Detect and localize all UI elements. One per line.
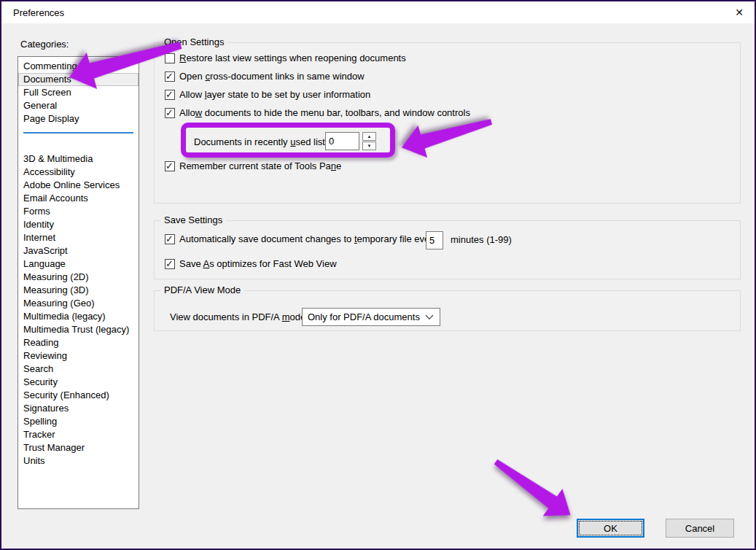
sidebar-item-accessibility[interactable]: Accessibility: [18, 166, 139, 179]
autosave-label[interactable]: Automatically save document changes to t…: [179, 233, 440, 244]
layer-state-label[interactable]: Allow layer state to be set by user info…: [179, 89, 370, 100]
pdfa-mode-dropdown-value: Only for PDF/A documents: [308, 311, 420, 322]
autosave-units-label: minutes (1-99): [451, 234, 512, 245]
categories-listbox[interactable]: Commenting Documents Full Screen General…: [17, 56, 139, 509]
titlebar[interactable]: Preferences ✕: [1, 1, 755, 23]
hide-menu-bar-row: Allow documents to hide the menu bar, to…: [165, 107, 470, 118]
dialog-body: Categories: Commenting Documents Full Sc…: [1, 23, 755, 549]
categories-label: Categories:: [20, 39, 69, 50]
cross-document-links-row: Open cross-document links in same window: [165, 71, 365, 82]
autosave-row: Automatically save document changes to t…: [165, 233, 440, 244]
sidebar-item-signatures[interactable]: Signatures: [18, 402, 139, 415]
pdfa-mode-dropdown[interactable]: Only for PDF/A documents: [302, 308, 440, 326]
sidebar-item-general[interactable]: General: [18, 99, 139, 112]
sidebar-item-measuring-2d[interactable]: Measuring (2D): [18, 271, 139, 284]
sidebar-item-search[interactable]: Search: [18, 363, 139, 376]
save-settings-group-title: Save Settings: [160, 214, 226, 226]
pdfa-mode-label: View documents in PDF/A mode:: [170, 311, 308, 322]
open-settings-group-title: Open Settings: [160, 36, 227, 48]
sidebar-item-measuring-geo[interactable]: Measuring (Geo): [18, 297, 139, 310]
checkbox-allow-hide-menu-bar[interactable]: [165, 108, 175, 118]
remember-tools-pane-row: Remember current state of Tools Pane: [165, 160, 341, 171]
sidebar-item-security-enhanced[interactable]: Security (Enhanced): [18, 389, 139, 402]
remember-tools-pane-label[interactable]: Remember current state of Tools Pane: [179, 160, 341, 171]
annotation-highlight-rect: [181, 123, 395, 158]
sidebar-item-language[interactable]: Language: [18, 257, 139, 271]
sidebar-item-adobe-online-services[interactable]: Adobe Online Services: [18, 179, 139, 192]
sidebar-item-security[interactable]: Security: [18, 376, 139, 389]
window-title: Preferences: [1, 7, 64, 18]
restore-last-view-label[interactable]: Restore last view settings when reopenin…: [179, 53, 406, 63]
sidebar-item-page-display[interactable]: Page Display: [18, 112, 139, 125]
layer-state-row: Allow layer state to be set by user info…: [165, 89, 370, 100]
sidebar-item-3d-multimedia[interactable]: 3D & Multimedia: [18, 152, 139, 166]
fast-web-view-label[interactable]: Save As optimizes for Fast Web View: [179, 258, 337, 269]
preferences-dialog: Preferences ✕ Categories: Commenting Doc…: [0, 0, 756, 550]
cross-document-links-label[interactable]: Open cross-document links in same window: [179, 71, 365, 82]
sidebar-item-trust-manager[interactable]: Trust Manager: [18, 441, 139, 454]
ok-button[interactable]: OK: [577, 519, 644, 538]
close-button[interactable]: ✕: [724, 1, 755, 23]
combo-chevron-icon: [425, 314, 440, 320]
sidebar-item-reading[interactable]: Reading: [18, 336, 139, 349]
checkbox-remember-tools-pane[interactable]: [165, 161, 175, 171]
sidebar-item-javascript[interactable]: JavaScript: [18, 244, 139, 257]
pdfa-view-mode-group: PDF/A View Mode View documents in PDF/A …: [154, 290, 741, 331]
sidebar-item-full-screen[interactable]: Full Screen: [18, 86, 139, 99]
fast-web-view-row: Save As optimizes for Fast Web View: [165, 258, 337, 269]
sidebar-item-internet[interactable]: Internet: [18, 231, 139, 244]
pdfa-group-title: PDF/A View Mode: [160, 284, 244, 296]
sidebar-item-documents[interactable]: Documents: [18, 73, 139, 86]
sidebar-item-multimedia-trust-legacy[interactable]: Multimedia Trust (legacy): [18, 323, 139, 336]
sidebar-item-tracker[interactable]: Tracker: [18, 428, 139, 441]
checkbox-open-cross-document-links[interactable]: [165, 71, 175, 82]
checkbox-restore-last-view[interactable]: [165, 53, 175, 63]
sidebar-item-identity[interactable]: Identity: [18, 218, 139, 231]
hide-menu-bar-label[interactable]: Allow documents to hide the menu bar, to…: [179, 107, 470, 118]
restore-last-view-row: Restore last view settings when reopenin…: [165, 53, 406, 63]
cancel-button[interactable]: Cancel: [666, 519, 734, 538]
save-settings-group: Save Settings Automatically save documen…: [154, 220, 741, 279]
category-separator: [23, 132, 133, 147]
sidebar-item-measuring-3d[interactable]: Measuring (3D): [18, 284, 139, 297]
sidebar-item-spelling[interactable]: Spelling: [18, 415, 139, 428]
close-icon: ✕: [735, 7, 744, 18]
checkbox-autosave[interactable]: [165, 234, 175, 244]
sidebar-item-multimedia-legacy[interactable]: Multimedia (legacy): [18, 310, 139, 323]
sidebar-item-email-accounts[interactable]: Email Accounts: [18, 192, 139, 205]
autosave-interval-input[interactable]: [426, 231, 443, 249]
checkbox-fast-web-view[interactable]: [165, 259, 175, 269]
sidebar-item-forms[interactable]: Forms: [18, 205, 139, 218]
checkbox-allow-layer-state[interactable]: [165, 90, 175, 100]
sidebar-item-commenting[interactable]: Commenting: [18, 60, 139, 73]
sidebar-item-units[interactable]: Units: [18, 454, 139, 468]
sidebar-item-reviewing[interactable]: Reviewing: [18, 349, 139, 363]
